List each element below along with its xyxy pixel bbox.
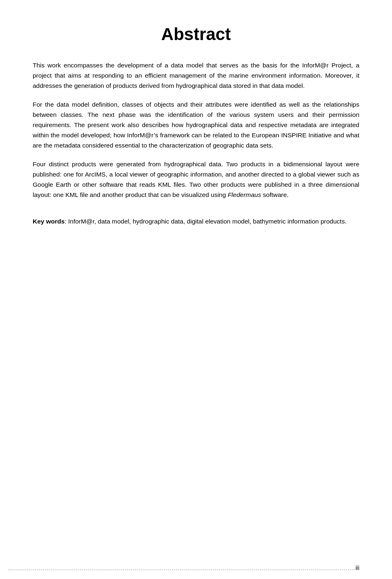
paragraph-1: This work encompasses the development of… — [33, 60, 359, 91]
page-title: Abstract — [33, 25, 359, 44]
paragraph-2: For the data model definition, classes o… — [33, 100, 359, 150]
footer-page-number: iii — [356, 564, 359, 571]
paragraph-2-text: For the data model definition, classes o… — [33, 100, 359, 150]
keywords-section: Key words: InforM@r, data model, hydrogr… — [33, 217, 359, 227]
paragraph-1-text: This work encompasses the development of… — [33, 60, 359, 91]
keywords-text: Key words: InforM@r, data model, hydrogr… — [33, 217, 359, 227]
keywords-label: Key words — [33, 218, 65, 225]
fledermaus-italic: Fledermaus — [228, 191, 261, 198]
keywords-value: : InforM@r, data model, hydrographic dat… — [65, 218, 346, 225]
paragraph-3: Four distinct products were generated fr… — [33, 159, 359, 200]
page: Abstract This work encompasses the devel… — [0, 0, 392, 579]
abstract-body: This work encompasses the development of… — [33, 60, 359, 200]
paragraph-3-text: Four distinct products were generated fr… — [33, 159, 359, 200]
footer-dashed-line — [8, 570, 359, 570]
